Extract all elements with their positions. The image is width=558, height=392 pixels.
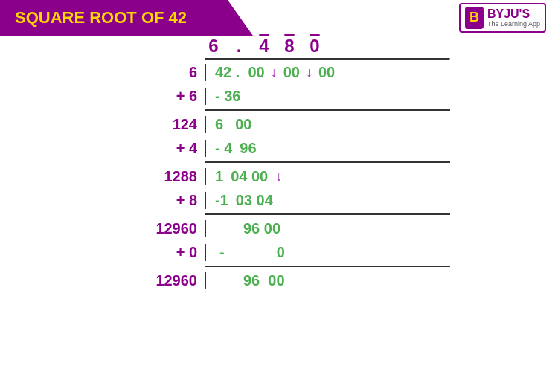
logo-brand: BYJU'S [487,8,540,20]
step-2-left2: + 4 [108,140,205,157]
quotient-0: 0 [306,36,324,57]
divider-2 [205,161,450,163]
step-4-left2: + 0 [108,244,205,261]
step-5-right1: 96 00 [205,272,450,289]
step-3-left1: 1288 [108,168,205,185]
header-title: SQUARE ROOT OF 42 [0,0,253,36]
divider-1 [205,109,450,111]
byjus-logo: B BYJU'S The Learning App [459,3,546,33]
step-2-row2: + 4 - 4 96 [108,136,450,160]
step-3-right2: -1 03 04 [205,192,450,209]
divider-4 [205,266,450,267]
quotient-row: 6 . 4 8 0 [108,36,450,58]
step-4-row2: + 0 - 0 [108,240,450,264]
step-2-right1: 6 00 [205,116,450,133]
logo-area: B BYJU'S The Learning App [459,3,546,33]
step-1-row2: + 6 - 36 [108,84,450,108]
step-2-left1: 124 [108,116,205,133]
step-4-right1: 96 00 [205,220,450,237]
logo-box: B [465,7,484,29]
logo-tagline: The Learning App [487,20,540,28]
arrow-2: ↓ [306,65,312,80]
step-2-right2: - 4 96 [205,140,450,157]
step-5-row1: 12960 96 00 [108,269,450,292]
step-1-right1: 42 . 00 ↓ 00 ↓ 00 [205,64,450,81]
quotient-6: 6 [205,36,222,57]
quotient-dot: . [230,36,248,57]
step-2-row1: 124 6 00 [108,112,450,136]
arrow-1: ↓ [271,65,278,80]
step-3-left2: + 8 [108,192,205,209]
step-1-left2: + 6 [108,88,205,105]
step-4-right2: - 0 [205,244,450,261]
top-bar: SQUARE ROOT OF 42 B BYJU'S The Learning … [0,0,558,36]
step-3-right1: 1 04 00 ↓ [205,168,450,185]
main-content: 6 . 4 8 0 6 42 . 00 ↓ 00 ↓ 00 + 6 - 36 [0,36,558,292]
step-4-left1: 12960 [108,220,205,237]
divider-3 [205,213,450,215]
step-4-row1: 12960 96 00 [108,216,450,240]
step-3-row2: + 8 -1 03 04 [108,188,450,212]
step-1-row1: 6 42 . 00 ↓ 00 ↓ 00 [108,60,450,84]
step-5-left1: 12960 [108,272,205,289]
step-1-right2: - 36 [205,88,450,105]
quotient-4: 4 [255,36,273,57]
step-3-row1: 1288 1 04 00 ↓ [108,164,450,188]
quotient-8: 8 [280,36,298,57]
step-1-left1: 6 [108,64,205,81]
arrow-3: ↓ [275,169,282,184]
calc-container: 6 . 4 8 0 6 42 . 00 ↓ 00 ↓ 00 + 6 - 36 [108,36,450,292]
